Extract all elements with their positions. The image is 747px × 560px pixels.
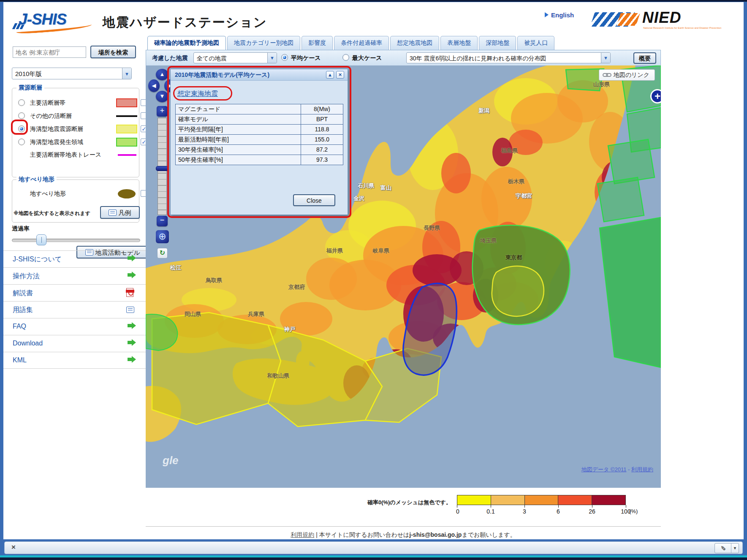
map-link-button[interactable]: 地図のリンク (599, 69, 655, 81)
earthquake-select[interactable]: 全ての地震 ▼ (193, 52, 277, 63)
map-label: 埼玉県 (480, 237, 497, 245)
tab-conditional-probability[interactable]: 条件付超過確率 (334, 36, 389, 50)
footer-terms-link[interactable]: 利用規約 (291, 531, 314, 538)
colorbar-unit: (%) (629, 508, 638, 514)
window-frame: × ✎ ▼ J-SHIS 地震ハザードステーション English NIED N… (0, 0, 747, 560)
sidebar-link-manual[interactable]: 解説書 (3, 284, 146, 301)
map-label: 福井県 (326, 247, 343, 255)
zoom-out-button[interactable]: − (157, 216, 168, 226)
fault-row-surface-trace: 主要活断層帯地表トレース (16, 150, 136, 160)
colorbar-labels: 0 0.1 3 6 26 100 (457, 508, 627, 515)
pen-icon: ✎ (718, 540, 728, 556)
yellow-swatch (116, 125, 137, 133)
list-icon (109, 209, 117, 216)
map-label: 和歌山県 (267, 372, 289, 380)
radio-subduction-region[interactable] (18, 139, 25, 145)
popup-titlebar[interactable]: 2010年地震活動モデル(平均ケース) ▲ × (171, 69, 348, 81)
map-label: 東京都 (505, 254, 522, 261)
fault-row-subduction-source: 海溝型地震震源断層 ✓ (16, 125, 136, 134)
chevron-down-icon[interactable]: ▼ (122, 68, 131, 79)
google-watermark: gle (163, 454, 179, 467)
landslide-row: 地すべり地形 (16, 189, 136, 198)
green-arrow-icon (128, 341, 132, 344)
tab-surface-ground[interactable]: 表層地盤 (440, 36, 478, 50)
zoom-slider-handle[interactable] (156, 166, 168, 171)
jshis-logo[interactable]: J-SHIS (15, 7, 95, 33)
tokai-earthquake-link[interactable]: 想定東海地震 (177, 90, 218, 98)
radio-other-active-fault[interactable] (18, 112, 25, 119)
opacity-slider-track[interactable] (12, 239, 140, 242)
opacity-label: 透過率 (12, 225, 30, 233)
legend-button[interactable]: 凡例 (100, 206, 140, 219)
footer: 利用規約 | 本サイトに関するお問い合わせはj-shis@bosai.go.jp… (146, 531, 661, 539)
pan-down-button[interactable]: ▼ (156, 91, 168, 102)
tab-scenario-map[interactable]: 想定地震地図 (390, 36, 439, 50)
green-arrow-icon (128, 324, 132, 327)
table-row: 30年発生確率[%] 87.2 (176, 145, 343, 155)
black-line-swatch (116, 115, 137, 117)
window-top-edge (0, 0, 747, 2)
refresh-button[interactable]: ↻ (157, 248, 168, 258)
tab-exposed-population[interactable]: 被災人口 (517, 36, 554, 50)
hazard-map[interactable]: 山形県 新潟 福島県 栃木県 宇都宮 石川県 富山 金沢 長野県 埼玉県 福井県… (146, 65, 661, 488)
map-label: 岡山県 (185, 310, 201, 318)
magenta-line-swatch (118, 154, 136, 156)
map-data-link[interactable]: 地図データ ©2011 (581, 466, 627, 473)
map-label: 山形県 (593, 81, 610, 88)
pan-up-button[interactable]: ▲ (156, 69, 168, 80)
triangle-icon (545, 12, 549, 17)
green-swatch (116, 138, 137, 147)
nied-chevron-icon (617, 13, 640, 26)
tab-influence[interactable]: 影響度 (302, 36, 333, 50)
chevron-down-icon[interactable]: ▼ (731, 544, 739, 553)
colorbar-segment (491, 495, 525, 505)
globe-button[interactable]: ⊕ (156, 230, 169, 243)
version-select[interactable]: 2010年版 ▼ (12, 68, 132, 79)
radio-maximum-case[interactable] (342, 54, 349, 61)
statusbar-tool-button[interactable]: ✎ ▼ (714, 543, 739, 553)
sidebar-link-kml[interactable]: KML (3, 352, 146, 369)
sidebar-link-about[interactable]: J-SHISについて (3, 250, 146, 267)
map-label: 神戸 (284, 326, 295, 333)
english-link[interactable]: English (545, 11, 574, 19)
tab-category-map[interactable]: 地震カテゴリー別地図 (227, 36, 300, 50)
table-row: マグニチュード 8(Mw) (176, 104, 343, 114)
map-label: 新潟 (478, 107, 489, 114)
chevron-down-icon[interactable]: ▼ (267, 53, 277, 63)
radio-major-active-fault[interactable] (18, 99, 25, 106)
search-place-button[interactable]: 場所を検索 (90, 46, 136, 58)
popup-close-icon[interactable]: × (336, 71, 344, 79)
tab-deep-ground[interactable]: 深部地盤 (479, 36, 516, 50)
colorbar-segment (558, 495, 592, 505)
tab-probabilistic-map[interactable]: 確率論的地震動予測地図 (147, 36, 226, 50)
popup-minimize-button[interactable]: ▲ (326, 71, 334, 79)
popup-close-button[interactable]: Close (293, 194, 335, 206)
page: J-SHIS 地震ハザードステーション English NIED Nationa… (3, 2, 744, 539)
pan-left-button[interactable]: ◀ (148, 79, 160, 92)
sidebar-link-faq[interactable]: FAQ (3, 318, 146, 335)
page-title: 地震ハザードステーション (103, 14, 267, 31)
green-arrow-icon (128, 256, 132, 260)
pdf-icon (126, 288, 133, 297)
map-toolbar: 考慮した地震 全ての地震 ▼ 平均ケース 最大ケース 30年 震度6弱以上の揺れ… (146, 50, 661, 66)
legend-note: 確率0(%)のメッシュは無色です。 (367, 499, 451, 506)
map-label: 松江 (170, 264, 181, 272)
map-label: 岐阜県 (373, 247, 389, 255)
zoom-in-button[interactable]: + (157, 106, 168, 117)
map-terms-link[interactable]: 利用規約 (631, 466, 653, 473)
chevron-down-icon[interactable]: ▼ (601, 53, 610, 63)
radio-average-case[interactable] (281, 54, 288, 61)
sidebar-link-download[interactable]: Download (3, 335, 146, 352)
average-case-label: 平均ケース (291, 54, 321, 62)
search-input[interactable] (13, 46, 86, 58)
table-row: 50年発生確率[%] 97.3 (176, 155, 343, 165)
map-type-select[interactable]: 30年 震度6弱以上の揺れに見舞われる確率の分布図 ▼ (406, 52, 611, 63)
statusbar-close-icon[interactable]: × (11, 543, 16, 552)
fault-row-major-active: 主要活断層帯 (16, 98, 136, 108)
radio-subduction-source-fault[interactable] (18, 125, 25, 132)
fault-row-other-active: その他の活断層 (16, 111, 136, 121)
opacity-slider-handle[interactable] (36, 234, 46, 245)
sidebar-link-howto[interactable]: 操作方法 (3, 267, 146, 284)
overview-button[interactable]: 概要 (633, 52, 656, 64)
sidebar-link-glossary[interactable]: 用語集 (3, 301, 146, 318)
